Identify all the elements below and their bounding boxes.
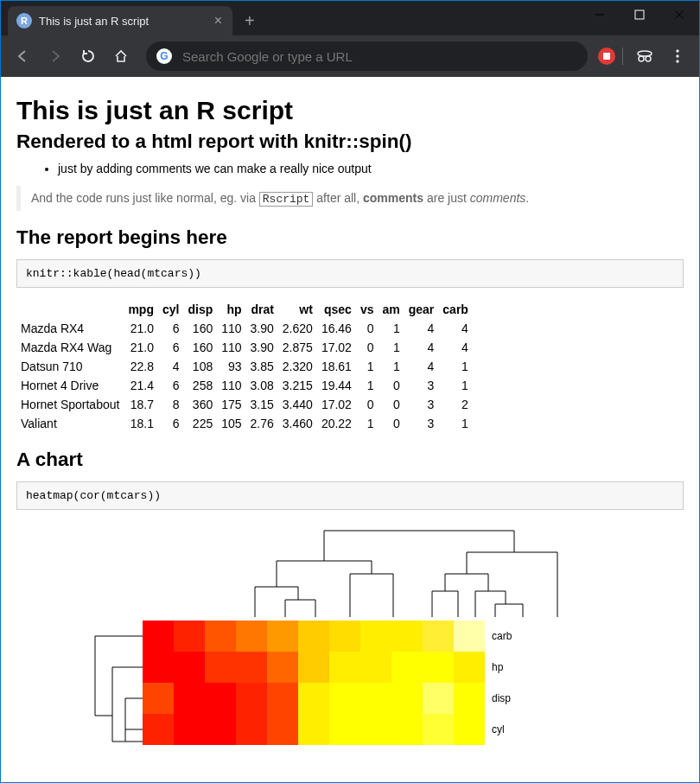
window-maximize-icon[interactable] <box>620 1 659 29</box>
favicon-r-icon: R <box>16 13 32 29</box>
table-cell: 3.215 <box>278 376 317 395</box>
table-header: qsec <box>317 300 356 319</box>
address-bar[interactable]: G <box>146 41 588 71</box>
heatmap-cell <box>174 652 205 683</box>
window-minimize-icon[interactable] <box>580 1 620 29</box>
bq-code: Rscript <box>259 192 314 207</box>
viewport[interactable]: This is just an R script Rendered to a h… <box>1 77 699 783</box>
svg-point-7 <box>676 49 678 52</box>
table-cell: 18.7 <box>124 395 158 414</box>
table-row: Hornet 4 Drive21.462581103.083.21519.441… <box>16 376 473 395</box>
table-cell: 3.85 <box>246 357 278 376</box>
code-block-kable: knitr::kable(head(mtcars)) <box>16 259 684 288</box>
table-cell: Valiant <box>16 414 124 433</box>
table-cell: 360 <box>183 395 217 414</box>
heatmap-cell <box>360 652 391 683</box>
table-header: wt <box>278 300 317 319</box>
table-cell: 19.44 <box>317 376 356 395</box>
section-heading-report: The report begins here <box>16 226 684 249</box>
reload-button[interactable] <box>73 41 103 71</box>
table-cell: 3.08 <box>246 376 278 395</box>
home-button[interactable] <box>106 41 136 71</box>
table-cell: 2.875 <box>278 338 317 357</box>
heatmap-cell <box>143 652 174 683</box>
table-row: Datsun 71022.84108933.852.32018.611141 <box>16 357 473 376</box>
table-cell: 105 <box>217 414 245 433</box>
menu-button[interactable] <box>663 41 692 71</box>
table-cell: 1 <box>438 376 473 395</box>
heatmap-cell <box>391 683 423 714</box>
svg-point-5 <box>639 56 644 61</box>
table-cell: 2 <box>438 395 473 414</box>
table-cell: 2.320 <box>278 357 317 376</box>
table-cell: 110 <box>217 376 245 395</box>
heatmap-cell <box>298 652 329 683</box>
heatmap-cell <box>423 683 454 714</box>
table-cell: 0 <box>379 376 404 395</box>
table-cell: 20.22 <box>317 414 356 433</box>
adblock-extension-icon[interactable] <box>598 48 615 65</box>
table-cell: 4 <box>404 357 439 376</box>
dendrogram-left <box>48 621 143 750</box>
svg-point-4 <box>638 51 652 56</box>
table-row: Hornet Sportabout18.783601753.153.44017.… <box>16 395 473 414</box>
table-cell: 3.440 <box>278 395 317 414</box>
table-cell: 0 <box>356 395 379 414</box>
svg-point-8 <box>676 54 678 57</box>
table-cell: 2.620 <box>278 319 317 338</box>
tab-close-icon[interactable]: × <box>213 12 224 29</box>
toolbar-divider <box>622 48 623 65</box>
incognito-icon[interactable] <box>630 41 659 71</box>
table-cell: 1 <box>356 414 379 433</box>
table-cell: 21.4 <box>124 376 158 395</box>
heatmap-cell <box>236 621 267 652</box>
table-cell: 2.76 <box>246 414 278 433</box>
table-cell: 1 <box>356 376 379 395</box>
table-cell: 3.90 <box>246 338 278 357</box>
table-cell: 1 <box>379 357 404 376</box>
table-cell: 4 <box>404 338 439 357</box>
table-cell: 6 <box>158 338 183 357</box>
new-tab-button[interactable]: + <box>232 6 267 35</box>
table-cell: 1 <box>356 357 379 376</box>
table-cell: 1 <box>438 357 473 376</box>
heatmap-cell <box>143 714 174 745</box>
heatmap-cell <box>329 652 360 683</box>
bq-text: after all, <box>313 191 363 205</box>
table-cell: 4 <box>438 338 473 357</box>
heatmap-cell <box>298 683 329 714</box>
table-cell: 21.0 <box>124 338 158 357</box>
table-cell: 1 <box>438 414 473 433</box>
table-cell: 21.0 <box>124 319 158 338</box>
table-header: drat <box>246 300 278 319</box>
table-cell: 0 <box>379 395 404 414</box>
table-cell: Hornet 4 Drive <box>16 376 124 395</box>
heatmap-cell <box>174 714 205 745</box>
table-cell: 3.90 <box>246 319 278 338</box>
heatmap-cell <box>298 714 329 745</box>
bullet-item: just by adding comments we can make a re… <box>58 162 684 175</box>
table-cell: 4 <box>438 319 473 338</box>
omnibox-input[interactable] <box>181 48 577 65</box>
table-cell: Datsun 710 <box>16 357 124 376</box>
back-button[interactable] <box>8 41 37 71</box>
table-cell: 22.8 <box>124 357 158 376</box>
heatmap-cell <box>267 714 298 745</box>
heatmap-cell <box>329 714 360 745</box>
table-header <box>16 300 124 319</box>
svg-rect-1 <box>635 10 644 19</box>
browser-titlebar: R This is just an R script × + <box>1 1 699 35</box>
table-cell: 8 <box>158 395 183 414</box>
heatmap-cell <box>329 683 360 714</box>
table-header: am <box>379 300 404 319</box>
browser-tab[interactable]: R This is just an R script × <box>8 6 232 35</box>
forward-button[interactable] <box>41 41 70 71</box>
heatmap-cell <box>205 714 236 745</box>
table-row: Valiant18.162251052.763.46020.221031 <box>16 414 473 433</box>
heatmap-cell <box>360 621 391 652</box>
table-header: disp <box>183 300 217 319</box>
heatmap-grid <box>143 621 485 745</box>
window-close-icon[interactable] <box>659 1 699 29</box>
heatmap-row-label: hp <box>492 652 512 683</box>
table-cell: 3 <box>404 414 439 433</box>
